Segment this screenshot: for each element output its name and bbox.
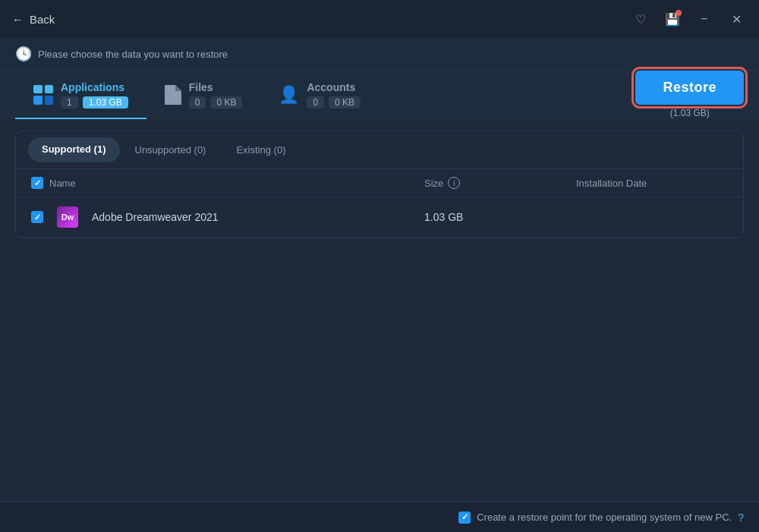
- restore-area: Restore (1.03 GB): [635, 71, 744, 118]
- header-instruction: 🕓 Please choose the data you want to res…: [15, 46, 228, 62]
- back-label: Back: [30, 13, 55, 26]
- minimize-button[interactable]: −: [694, 8, 715, 30]
- title-bar: ← Back ♡ 💾 − ✕: [0, 0, 759, 38]
- tab-files[interactable]: Files 0 0 KB: [146, 72, 261, 119]
- filter-tabs: Supported (1) Unsupported (0) Existing (…: [16, 131, 743, 169]
- filter-tab-existing[interactable]: Existing (0): [221, 134, 301, 168]
- accounts-size: 0 KB: [329, 96, 361, 109]
- restore-point-checkbox[interactable]: [458, 512, 471, 524]
- top-section: Applications 1 1.03 GB Files: [0, 71, 759, 118]
- table-header: Name Size i Installation Date: [16, 169, 743, 197]
- applications-size: 1.03 GB: [83, 96, 128, 109]
- files-size: 0 KB: [210, 96, 242, 109]
- dw-icon-text: Dw: [61, 212, 74, 222]
- clock-icon: 🕓: [15, 46, 32, 62]
- tab-applications-label: Applications: [61, 81, 128, 93]
- applications-count: 1: [61, 96, 78, 109]
- help-icon[interactable]: ?: [738, 512, 744, 524]
- close-icon: ✕: [732, 12, 742, 27]
- instruction-text: Please choose the data you want to resto…: [38, 49, 228, 60]
- close-button[interactable]: ✕: [726, 8, 747, 30]
- window-controls: ♡ 💾 − ✕: [630, 8, 747, 30]
- filter-tab-supported[interactable]: Supported (1): [28, 137, 120, 162]
- files-icon: [165, 85, 181, 105]
- accounts-count: 0: [307, 96, 324, 109]
- tab-applications[interactable]: Applications 1 1.03 GB: [15, 72, 146, 119]
- notification-button[interactable]: ♡: [630, 8, 651, 30]
- category-tabs: Applications 1 1.03 GB Files: [15, 72, 379, 118]
- col-date-label: Installation Date: [576, 178, 647, 189]
- accounts-icon: 👤: [279, 85, 299, 105]
- header-bar: 🕓 Please choose the data you want to res…: [0, 38, 759, 71]
- top-flex: Applications 1 1.03 GB Files: [15, 71, 744, 118]
- files-count: 0: [189, 96, 206, 109]
- col-size-label: Size: [424, 178, 443, 189]
- notification-dot: [676, 10, 682, 16]
- minimize-icon: −: [701, 12, 707, 26]
- app-size: 1.03 GB: [424, 211, 463, 223]
- save-button[interactable]: 💾: [662, 8, 683, 30]
- size-info-icon[interactable]: i: [448, 177, 460, 189]
- applications-icon: [33, 85, 53, 105]
- select-all-checkbox[interactable]: [31, 177, 43, 189]
- tab-accounts-label: Accounts: [307, 81, 361, 93]
- bottom-bar: Create a restore point for the operating…: [0, 502, 759, 532]
- filter-tab-unsupported[interactable]: Unsupported (0): [120, 134, 222, 168]
- tab-accounts[interactable]: 👤 Accounts 0 0 KB: [260, 72, 379, 119]
- back-button[interactable]: ← Back: [12, 13, 55, 26]
- restore-size: (1.03 GB): [670, 108, 710, 118]
- app-icon-dw: Dw: [57, 206, 78, 228]
- app-name: Adobe Dreamweaver 2021: [92, 211, 219, 223]
- col-name-label: Name: [49, 178, 76, 189]
- bell-icon: ♡: [635, 12, 646, 27]
- row-checkbox[interactable]: [31, 211, 43, 223]
- bottom-label: Create a restore point for the operating…: [477, 512, 732, 523]
- tab-files-label: Files: [189, 81, 243, 93]
- restore-button[interactable]: Restore: [635, 71, 744, 105]
- back-arrow-icon: ←: [12, 13, 24, 26]
- table-row: Dw Adobe Dreamweaver 2021 1.03 GB: [16, 197, 743, 238]
- content-area: Supported (1) Unsupported (0) Existing (…: [15, 131, 744, 238]
